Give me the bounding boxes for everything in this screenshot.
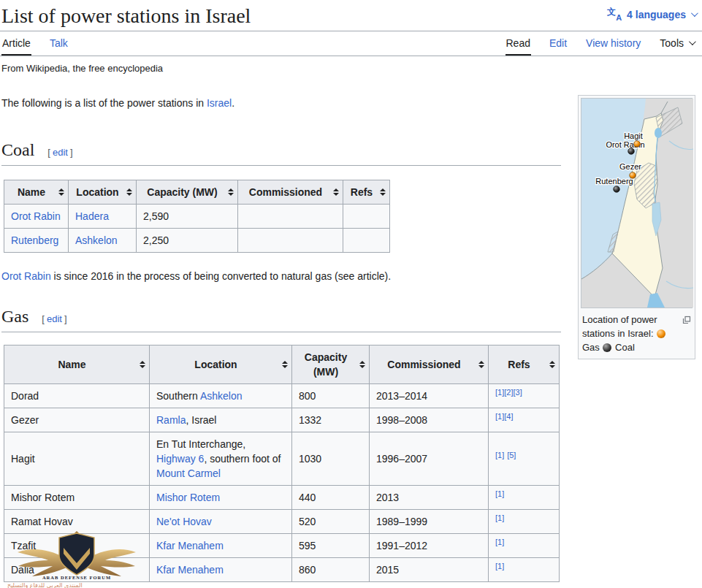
table-cell: 2,250 [137, 229, 238, 253]
sort-icon[interactable] [380, 188, 386, 196]
reference-link[interactable]: [3] [513, 388, 522, 397]
table-cell [343, 229, 390, 253]
reference-link[interactable]: [1] [495, 538, 504, 546]
table-cell: En Tut Interchange, Highway 6, southern … [150, 432, 292, 486]
wiki-link[interactable]: Ashkelon [200, 390, 243, 402]
table-cell: Tzafit [4, 534, 150, 558]
expand-icon[interactable] [682, 314, 691, 328]
table-cell: 1996–2007 [370, 432, 489, 486]
edit-section-link[interactable]: edit [53, 147, 68, 158]
table-row: TzafitKfar Menahem5951991–2012[1] [4, 534, 560, 558]
map-label-hagit: Hagit [624, 131, 643, 140]
reference-link[interactable]: [4] [504, 412, 513, 421]
tab-article[interactable]: Article [1, 31, 31, 56]
gas-station-marker [630, 172, 636, 179]
column-header-location[interactable]: Location [150, 345, 292, 384]
wiki-link[interactable]: Mount Carmel [156, 467, 221, 479]
wiki-link[interactable]: Ramla [156, 414, 186, 426]
table-cell: 1030 [292, 432, 370, 486]
table-cell: Hagit [4, 432, 150, 486]
column-header-refs[interactable]: Refs [489, 345, 560, 384]
coal-legend-label: Coal [615, 342, 635, 353]
wiki-link[interactable]: Ne'ot Hovav [156, 516, 212, 527]
tab-tools[interactable]: Tools [659, 31, 695, 56]
map-caption: Location of power stations in Israel: Ga… [581, 308, 693, 356]
wiki-link[interactable]: Orot Rabin [11, 210, 61, 222]
column-header-location[interactable]: Location [69, 180, 137, 205]
table-cell: [1] [489, 558, 560, 582]
wiki-link[interactable]: Rutenberg [11, 234, 58, 246]
column-header-refs[interactable]: Refs [343, 180, 390, 205]
table-cell: Rutenberg [4, 229, 69, 253]
table-cell [343, 205, 390, 229]
coal-header-row: NameLocationCapacity (MW)CommissionedRef… [4, 180, 390, 205]
map-label-rutenberg: Rutenberg [595, 177, 633, 186]
column-header-capacity-mw-[interactable]: Capacity (MW) [292, 345, 370, 384]
wiki-link[interactable]: Kfar Menahem [156, 564, 224, 576]
sort-icon[interactable] [126, 188, 132, 196]
sort-icon[interactable] [282, 361, 288, 368]
gas-legend-dot [657, 329, 665, 338]
sort-icon[interactable] [549, 361, 555, 368]
table-cell: 1332 [292, 408, 370, 432]
table-cell: 1989–1999 [370, 510, 489, 534]
table-cell: Kfar Menahem [150, 558, 292, 582]
reference-link[interactable]: [1] [495, 412, 504, 421]
table-row: Mishor RotemMishor Rotem4402013[1] [4, 486, 560, 510]
wiki-link[interactable]: Kfar Menahem [156, 540, 224, 551]
table-cell: [1] [489, 534, 560, 558]
reference-link[interactable]: [1] [495, 562, 504, 570]
table-cell: Orot Rabin [4, 205, 69, 229]
table-cell: [1][4] [489, 408, 560, 432]
table-cell: 1991–2012 [370, 534, 489, 558]
edit-section-link[interactable]: edit [47, 313, 62, 324]
reference-link[interactable]: [1] [495, 489, 504, 498]
column-header-capacity-mw-[interactable]: Capacity (MW) [137, 180, 238, 205]
tab-talk[interactable]: Talk [49, 31, 69, 56]
table-cell: Mishor Rotem [4, 486, 150, 510]
column-header-name[interactable]: Name [4, 180, 69, 205]
reference-link[interactable]: [5] [507, 451, 516, 459]
israel-link[interactable]: Israel [207, 97, 232, 109]
wiki-link[interactable]: Ashkelon [75, 234, 118, 246]
tab-edit[interactable]: Edit [549, 31, 568, 56]
gas-header-row: NameLocationCapacity (MW)CommissionedRef… [4, 345, 560, 384]
reference-link[interactable]: [1] [495, 451, 504, 459]
sort-icon[interactable] [333, 188, 339, 196]
wiki-link[interactable]: Hadera [75, 210, 109, 222]
table-cell: 2013 [370, 486, 489, 510]
reference-link[interactable]: [1] [495, 388, 504, 397]
table-cell: 2013–2014 [370, 384, 489, 408]
table-cell: 2015 [370, 558, 489, 582]
wiki-link[interactable]: Mishor Rotem [156, 492, 220, 503]
table-cell: Dalia [4, 558, 150, 582]
orot-rabin-link[interactable]: Orot Rabin [1, 270, 51, 282]
table-cell: Gezer [4, 408, 150, 432]
sort-icon[interactable] [359, 361, 365, 368]
table-cell: 595 [292, 534, 370, 558]
tab-read[interactable]: Read [505, 31, 531, 56]
coal-station-marker [614, 186, 620, 193]
table-cell: [1] [489, 510, 560, 534]
tab-view-history[interactable]: View history [585, 31, 641, 56]
wiki-link[interactable]: Highway 6 [156, 453, 204, 465]
languages-label: 4 languages [627, 9, 686, 20]
sort-icon[interactable] [228, 188, 234, 196]
table-cell: 2,590 [137, 205, 238, 229]
languages-button[interactable]: 文A 4 languages [607, 8, 696, 20]
sort-icon[interactable] [478, 361, 484, 368]
sort-icon[interactable] [140, 361, 145, 368]
column-header-commissioned[interactable]: Commissioned [370, 345, 489, 384]
reference-link[interactable]: [1] [495, 513, 504, 522]
table-cell: 860 [292, 558, 370, 582]
reference-link[interactable]: [2] [504, 388, 513, 397]
sort-icon[interactable] [58, 188, 64, 196]
gas-station-marker [634, 141, 641, 148]
column-header-commissioned[interactable]: Commissioned [238, 180, 343, 205]
site-tagline: From Wikipedia, the free encyclopedia [1, 63, 702, 74]
table-cell: Ne'ot Hovav [150, 510, 292, 534]
table-row: DoradSouthern Ashkelon8002013–2014[1][2]… [4, 384, 560, 408]
table-cell: [1] [5] [489, 432, 560, 486]
israel-map-image[interactable]: HagitOrot RabinGezerRutenberg [581, 98, 693, 308]
column-header-name[interactable]: Name [4, 345, 150, 384]
